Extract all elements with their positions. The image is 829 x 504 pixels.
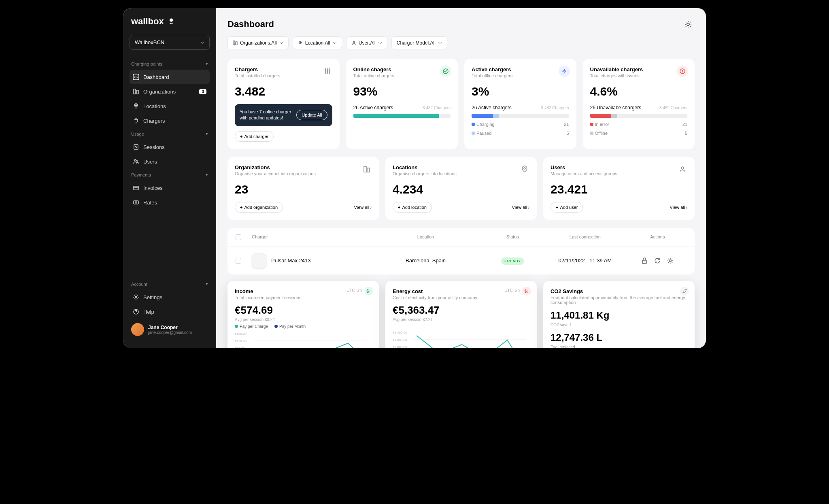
lock-icon[interactable] [641, 257, 648, 264]
col-status: Status [484, 234, 542, 240]
location-icon [298, 40, 303, 45]
card-locations: Locations Organise chargers into locatio… [385, 157, 537, 220]
col-charger: Charger [252, 234, 368, 240]
active-label: 26 Active chargers [353, 105, 393, 111]
nav-organizations[interactable]: Organizations3 [130, 84, 210, 99]
energy-value: €5,363.47 [393, 304, 529, 317]
plug-icon [133, 117, 139, 124]
stat-value: 4.6% [590, 85, 688, 98]
filter-charger-model[interactable]: Charger Model:All [391, 36, 447, 49]
chart-legend: Pay per Charge Pay per Month [235, 324, 372, 329]
card-subtitle: Total charges with issues [590, 73, 688, 78]
chargers-table: Charger Location Status Last connection … [227, 228, 695, 274]
section-account: Account▾ [130, 278, 210, 290]
add-user-button[interactable]: + Add user [551, 202, 583, 213]
card-subtitle: Organise your account into organisations [235, 171, 372, 176]
org-selector[interactable]: WallboxBCN [130, 35, 210, 50]
svg-point-22 [329, 69, 330, 70]
nav-invoices[interactable]: Invoices [130, 181, 210, 195]
rates-icon [133, 199, 139, 206]
svg-point-20 [325, 70, 326, 71]
card-organizations: Organizations Organise your account into… [227, 157, 379, 220]
refresh-icon[interactable] [654, 257, 661, 264]
svg-point-18 [300, 42, 301, 43]
co2-saved-value: 11,401.81 Kg [551, 310, 687, 321]
org-icon [233, 40, 238, 45]
progress-bar [472, 114, 569, 118]
total-label: 3.482 Chargers [423, 106, 451, 110]
user-icon [351, 40, 356, 45]
total-label: 3.482 Chargers [659, 106, 687, 110]
svg-rect-3 [136, 90, 138, 94]
select-all-checkbox[interactable] [236, 234, 241, 240]
user-email: jane.cooper@gmail.com [148, 330, 192, 335]
org-icon [133, 88, 139, 95]
add-location-button[interactable]: + Add location [393, 202, 432, 213]
view-all-users[interactable]: View all › [670, 205, 687, 210]
gear-icon[interactable] [667, 257, 674, 264]
card-subtitle: Cost of electricity from your utility co… [393, 295, 529, 300]
card-title: Organizations [235, 164, 372, 170]
svg-point-21 [327, 72, 328, 73]
chevron-down-icon [438, 41, 442, 45]
svg-point-14 [687, 23, 689, 26]
svg-rect-26 [367, 168, 370, 172]
update-banner: You have 7 online charger with pending u… [235, 104, 332, 126]
section-usage: Usage▾ [130, 128, 210, 140]
bolt-icon [559, 66, 570, 77]
page-settings-button[interactable] [682, 18, 695, 31]
card-title: Online chagers [353, 66, 451, 72]
view-all-locations[interactable]: View all › [512, 205, 529, 210]
add-organization-button[interactable]: + Add organization [235, 202, 283, 213]
row-checkbox[interactable] [236, 258, 241, 264]
nav-users[interactable]: Users [130, 154, 210, 169]
charger-location: Barcelona, Spain [368, 257, 483, 264]
card-title: CO2 Savings [551, 288, 687, 294]
col-actions: Actions [629, 234, 687, 240]
org-badge: 3 [199, 89, 206, 94]
svg-point-19 [353, 41, 355, 43]
svg-rect-2 [134, 89, 136, 94]
nav-dashboard[interactable]: Dashboard [130, 70, 210, 84]
stat-value: 4.234 [393, 183, 529, 196]
stat-value: 3% [472, 85, 569, 98]
add-charger-button[interactable]: + Add charger [235, 131, 274, 142]
logo-icon [167, 17, 175, 26]
section-payments: Payments▾ [130, 169, 210, 181]
view-all-organizations[interactable]: View all › [354, 205, 372, 210]
svg-point-27 [524, 168, 525, 169]
card-subtitle: Total income in payment sessions [235, 295, 372, 300]
leaf-icon [680, 287, 689, 296]
filter-user[interactable]: User:All [346, 36, 387, 49]
table-header: Charger Location Status Last connection … [227, 228, 695, 247]
filter-location[interactable]: Location:All [293, 36, 342, 49]
progress-bar [353, 114, 451, 118]
user-profile[interactable]: Jane Cooper jane.cooper@gmail.com [130, 319, 210, 340]
card-title: Users [551, 164, 687, 170]
section-charging-points: Charging points▾ [130, 58, 210, 70]
nav-locations[interactable]: Locations [130, 99, 210, 113]
nav-settings[interactable]: Settings [130, 290, 210, 304]
card-energy-cost: Energy cost Cost of electricity from you… [385, 281, 537, 348]
filter-organizations[interactable]: Organizations:All [227, 36, 289, 49]
nav-rates[interactable]: Rates [130, 195, 210, 210]
update-all-button[interactable]: Update All [296, 110, 327, 120]
nav-chargers[interactable]: Chargers [130, 113, 210, 128]
charger-name: Pulsar Max 2413 [271, 257, 311, 264]
nav-help[interactable]: Help [130, 304, 210, 319]
help-icon [133, 308, 139, 315]
location-icon [133, 103, 139, 109]
card-users: Users Manage users and access groups 23.… [543, 157, 695, 220]
nav-sessions[interactable]: Sessions [130, 140, 210, 154]
card-subtitle: Total offline chargers [472, 73, 569, 78]
user-name: Jane Cooper [148, 325, 192, 330]
chevron-down-icon [279, 41, 283, 45]
utc-label: UTC -2h [346, 288, 362, 293]
stat-value: 23.421 [551, 183, 687, 196]
currency-down-icon: $↓ [522, 287, 531, 296]
charger-image [252, 253, 266, 268]
table-row[interactable]: Pulsar Max 2413 Barcelona, Spain • READY… [227, 247, 695, 274]
co2-saved-label: CO2 saved [551, 323, 687, 327]
chevron-down-icon [333, 41, 337, 45]
svg-point-7 [134, 159, 136, 161]
